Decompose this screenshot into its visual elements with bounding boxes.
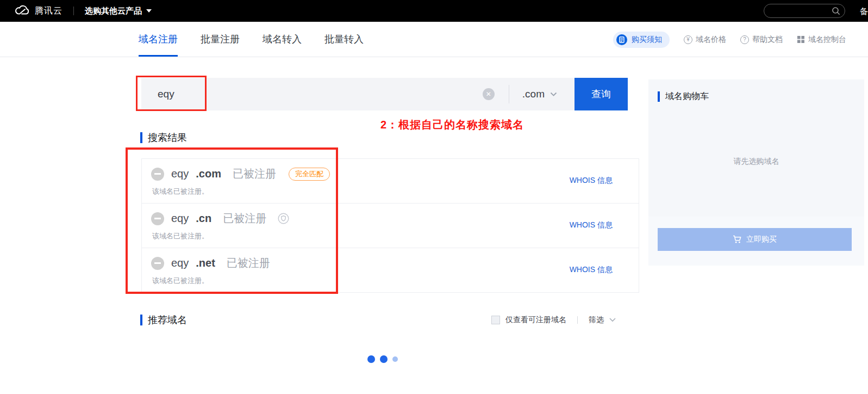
result-row-eqy-cn: eqy.cn 已被注册 该域名已被注册。 WHOIS 信息 [142, 204, 639, 248]
other-products-menu[interactable]: 选购其他云产品 [85, 6, 152, 16]
cart-title: 域名购物车 [658, 91, 709, 102]
clear-input-icon[interactable]: ✕ [483, 88, 495, 100]
cart-empty-text: 请先选购域名 [648, 157, 864, 167]
question-circle-icon: ? [740, 35, 749, 44]
tld-selected-value: .com [522, 88, 545, 100]
tab-batch-transfer-in[interactable]: 批量转入 [324, 22, 364, 57]
domain-search-box[interactable]: ✕ .com [141, 78, 574, 110]
domain-name: eqy [171, 212, 189, 225]
topbar-beian-partial[interactable]: 备 [860, 7, 868, 17]
topbar: 腾讯云 选购其他云产品 备 [0, 0, 868, 22]
domain-name: eqy [171, 168, 189, 180]
tld-select[interactable]: .com [522, 88, 560, 100]
annotation-step-note: 2：根据自己的名称搜索域名 [380, 118, 524, 132]
domain-price-label: 域名价格 [696, 35, 726, 45]
domain-name: eqy [171, 257, 189, 269]
caret-down-icon [146, 9, 152, 13]
search-results-list: eqy.com 已被注册 完全匹配 该域名已被注册。 WHOIS 信息 eqy.… [141, 158, 639, 293]
whois-link[interactable]: WHOIS 信息 [570, 265, 613, 275]
domain-search-bar: ✕ .com 查询 [141, 78, 628, 110]
tab-batch-register[interactable]: 批量注册 [201, 22, 240, 57]
yuan-circle-icon: ¥ [684, 35, 692, 44]
unavailable-minus-icon [151, 212, 164, 225]
loading-dots [367, 355, 398, 363]
notice-doc-icon [616, 34, 627, 45]
buy-now-button[interactable]: 立即购买 [658, 228, 852, 251]
only-registrable-checkbox[interactable] [491, 316, 500, 324]
domain-tld: .com [196, 168, 221, 180]
tab-domain-register[interactable]: 域名注册 [139, 22, 178, 57]
unavailable-minus-icon [151, 257, 164, 270]
exact-match-badge: 完全匹配 [289, 168, 330, 181]
title-accent-bar [140, 315, 142, 325]
chevron-down-icon [550, 92, 557, 97]
title-accent-bar [140, 132, 142, 143]
result-row-main: eqy.com 已被注册 完全匹配 [151, 167, 623, 181]
domain-console-link[interactable]: 域名控制台 [797, 35, 846, 45]
purchase-notice-label: 购买须知 [632, 35, 662, 45]
topbar-search-input[interactable] [764, 7, 832, 15]
whois-link[interactable]: WHOIS 信息 [570, 176, 613, 186]
purchase-notice-link[interactable]: 购买须知 [613, 32, 670, 48]
query-button[interactable]: 查询 [574, 78, 628, 110]
result-row-eqy-net: eqy.net 已被注册 该域名已被注册。 WHOIS 信息 [142, 248, 639, 293]
cloud-logo-icon [14, 4, 30, 18]
filter-dropdown[interactable]: 筛选 [589, 315, 604, 325]
recommend-label: 推荐域名 [148, 313, 187, 327]
search-results-title: 搜索结果 [140, 131, 187, 144]
only-registrable-label[interactable]: 仅查看可注册域名 [505, 315, 566, 325]
search-divider [509, 85, 509, 103]
buy-now-label: 立即购买 [746, 235, 777, 244]
result-description: 该域名已被注册。 [152, 231, 623, 241]
title-accent-bar [658, 91, 660, 102]
domain-console-label: 域名控制台 [808, 35, 846, 45]
domain-tld: .net [196, 257, 215, 269]
tabs: 域名注册 批量注册 域名转入 批量转入 [139, 22, 364, 57]
unavailable-minus-icon [151, 168, 164, 181]
domain-status: 已被注册 [223, 211, 266, 226]
carousel-dot[interactable] [380, 355, 388, 363]
recommend-controls: 仅查看可注册域名 筛选 [491, 315, 616, 325]
tabbar-links: 购买须知 ¥ 域名价格 ? 帮助文档 域名控制台 [613, 22, 846, 57]
domain-cart-panel: 域名购物车 请先选购域名 立即购买 [648, 79, 864, 266]
tencent-cloud-logo[interactable]: 腾讯云 [14, 4, 63, 18]
result-description: 该域名已被注册。 [152, 187, 623, 196]
tabbar: 域名注册 批量注册 域名转入 批量转入 购买须知 ¥ 域名价格 ? 帮助文档 [0, 22, 868, 57]
carousel-dot[interactable] [392, 356, 398, 362]
topbar-search[interactable] [764, 4, 845, 18]
result-row-main: eqy.net 已被注册 [151, 256, 623, 270]
result-row-main: eqy.cn 已被注册 [151, 211, 623, 226]
chevron-down-icon[interactable] [609, 318, 616, 322]
carousel-dot[interactable] [367, 355, 375, 363]
search-results-label: 搜索结果 [148, 131, 187, 144]
domain-tld: .cn [196, 212, 211, 225]
domain-status: 已被注册 [227, 256, 270, 270]
recommend-title: 推荐域名 [140, 313, 187, 327]
help-docs-link[interactable]: ? 帮助文档 [740, 35, 783, 45]
help-docs-label: 帮助文档 [752, 35, 783, 45]
topbar-divider [73, 7, 74, 15]
other-products-label: 选购其他云产品 [85, 6, 142, 16]
cart-title-label: 域名购物车 [665, 91, 709, 102]
domain-price-link[interactable]: ¥ 域名价格 [684, 35, 726, 45]
whois-link[interactable]: WHOIS 信息 [570, 220, 613, 230]
domain-status: 已被注册 [233, 167, 276, 181]
tab-domain-transfer-in[interactable]: 域名转入 [263, 22, 302, 57]
grid-icon [797, 35, 805, 44]
domain-registration-page: 腾讯云 选购其他云产品 备 域名注册 批量注册 域名转入 批量转入 [0, 0, 868, 394]
result-row-eqy-com: eqy.com 已被注册 完全匹配 该域名已被注册。 WHOIS 信息 [142, 159, 639, 204]
security-shield-icon[interactable] [278, 213, 289, 224]
search-icon[interactable] [832, 7, 840, 15]
brand-name: 腾讯云 [35, 5, 63, 17]
controls-divider [577, 316, 578, 324]
domain-search-input[interactable] [158, 88, 483, 100]
result-description: 该域名已被注册。 [152, 276, 623, 286]
cart-icon [733, 235, 742, 244]
